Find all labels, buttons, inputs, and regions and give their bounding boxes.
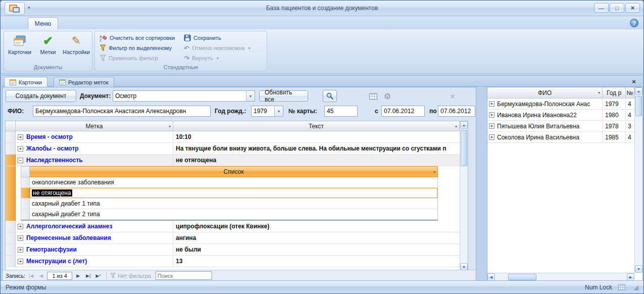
- datasheet-view-button[interactable]: [366, 90, 380, 102]
- sub-row-selector[interactable]: [21, 177, 30, 188]
- fio-input[interactable]: [33, 106, 211, 117]
- table-row[interactable]: +Время - осмотр 10:10: [6, 131, 460, 143]
- patient-row[interactable]: +Иванова Ирина Ивановна22 1980 4: [487, 110, 634, 121]
- grid-corner-cell[interactable]: [6, 121, 16, 131]
- new-record-button[interactable]: ▶*: [94, 272, 103, 280]
- expand-icon[interactable]: +: [18, 134, 23, 140]
- table-row[interactable]: +Перенесенные заболевания ангина: [6, 232, 460, 244]
- sub-row-selector[interactable]: [21, 209, 30, 220]
- grid-vertical-scrollbar[interactable]: ▲ ▼: [460, 121, 468, 271]
- expand-icon[interactable]: +: [18, 259, 23, 264]
- ribbon-tab-menu[interactable]: Меню: [28, 17, 58, 29]
- minimize-button[interactable]: —: [594, 3, 609, 13]
- sub-row-selector-current[interactable]: [21, 188, 30, 199]
- expand-icon[interactable]: +: [489, 134, 494, 140]
- scroll-up-button[interactable]: ▲: [460, 121, 468, 129]
- column-header-card[interactable]: №: [626, 87, 634, 99]
- settings-button[interactable]: ✎ Настройки: [63, 32, 90, 64]
- column-header-fio[interactable]: ФИО ▾: [487, 87, 603, 99]
- column-header-text[interactable]: Текст ▾: [173, 121, 460, 131]
- list-item[interactable]: сахарный диабет 1 типа: [21, 199, 438, 209]
- previous-record-button[interactable]: ◀: [37, 272, 45, 280]
- scrollbar-thumb[interactable]: [635, 96, 642, 116]
- maximize-button[interactable]: □: [610, 3, 624, 13]
- patient-row[interactable]: +Бермухамедова-Полонская Анас 1979 4: [487, 99, 634, 110]
- row-selector[interactable]: [6, 143, 16, 154]
- expand-icon[interactable]: +: [18, 146, 23, 152]
- redo-button[interactable]: ↷ Вернуть ▾: [182, 53, 253, 63]
- patients-horizontal-scrollbar[interactable]: ◀ ▶: [487, 273, 634, 281]
- list-item[interactable]: онкологические заболевания: [21, 177, 438, 188]
- list-item[interactable]: сахарный диабет 2 типа: [21, 209, 438, 220]
- table-row[interactable]: +Аллергологический анамнез ципрофлоксаци…: [6, 221, 460, 232]
- record-count[interactable]: 1 из 4: [47, 272, 72, 280]
- date-from-input[interactable]: [381, 106, 425, 117]
- expand-icon[interactable]: +: [489, 112, 494, 118]
- scroll-down-button[interactable]: ▼: [635, 265, 642, 273]
- row-selector[interactable]: [6, 221, 16, 232]
- record-search-input[interactable]: [156, 271, 212, 280]
- sort-dropdown-icon[interactable]: ▾: [433, 170, 435, 174]
- tab-label-editor[interactable]: Редактор меток: [54, 77, 114, 87]
- table-row[interactable]: +Жалобы - осмотр На тянущие боли внизу ж…: [6, 143, 460, 155]
- expand-icon[interactable]: +: [489, 123, 494, 129]
- datasheet-view-toggle-icon[interactable]: [618, 284, 625, 290]
- scrollbar-thumb[interactable]: [508, 274, 536, 280]
- refresh-all-button[interactable]: Обновить все: [259, 90, 308, 102]
- expand-icon[interactable]: +: [18, 247, 23, 253]
- subdatasheet-corner-cell[interactable]: [21, 166, 30, 177]
- app-menu-button[interactable]: [5, 2, 25, 15]
- first-record-button[interactable]: |◀: [27, 272, 35, 280]
- birth-year-combo[interactable]: 1979 ▼: [251, 106, 283, 117]
- table-row-expanded[interactable]: −Наследственность не отягощена: [6, 155, 460, 166]
- create-document-button[interactable]: Создать документ: [6, 90, 76, 102]
- patient-row[interactable]: +Соколова Ирина Васильевна 1985 4: [487, 132, 634, 143]
- scroll-up-button[interactable]: ▲: [635, 87, 642, 95]
- patients-vertical-scrollbar[interactable]: ▲ ▼: [634, 87, 642, 273]
- column-header-label[interactable]: Метка ▾: [16, 121, 173, 131]
- row-selector-current[interactable]: [6, 166, 16, 221]
- date-to-input[interactable]: [438, 106, 475, 117]
- row-selector-current[interactable]: [6, 155, 16, 166]
- save-button[interactable]: Сохранить: [182, 33, 253, 43]
- scrollbar-thumb[interactable]: [461, 130, 467, 166]
- undo-button[interactable]: ↶ Отмена невозможна ▾: [182, 43, 253, 53]
- search-button[interactable]: [323, 90, 337, 102]
- tab-cards[interactable]: Карточки: [4, 77, 47, 87]
- clear-sorts-button[interactable]: A Z Очистить все сортировки: [97, 33, 177, 43]
- scroll-right-button[interactable]: ▶: [627, 273, 634, 281]
- card-number-input[interactable]: [324, 106, 358, 117]
- tab-close-button[interactable]: ×: [630, 77, 638, 85]
- collapse-icon[interactable]: −: [18, 158, 23, 163]
- row-selector[interactable]: [6, 131, 16, 142]
- birth-year-combo-arrow[interactable]: ▼: [274, 106, 283, 116]
- quick-access-dropdown-icon[interactable]: ▾: [28, 5, 30, 10]
- filter-indicator[interactable]: Нет фильтра: [110, 273, 151, 279]
- resize-grip-icon[interactable]: ◢: [633, 283, 638, 291]
- sort-dropdown-icon[interactable]: ▾: [455, 124, 457, 129]
- patient-row[interactable]: +Пятышева Юлия Витальевна 1978 3: [487, 121, 634, 132]
- document-combo[interactable]: Осмотр ▼: [113, 90, 255, 102]
- row-selector[interactable]: [6, 256, 16, 267]
- properties-button[interactable]: ⚙: [380, 90, 394, 102]
- filter-selection-button[interactable]: Фильтр по выделенному: [97, 43, 177, 53]
- table-row[interactable]: +Гемотрансфузии не были: [6, 244, 460, 256]
- next-record-button[interactable]: ▶: [74, 272, 82, 280]
- sort-dropdown-icon[interactable]: ▾: [169, 124, 171, 129]
- column-header-year[interactable]: Год р: [603, 87, 626, 99]
- expand-icon[interactable]: +: [489, 101, 494, 107]
- apply-filter-button[interactable]: Применить фильтр: [97, 53, 177, 63]
- table-row[interactable]: +Менструации с (лет) 13: [6, 256, 460, 267]
- expand-icon[interactable]: +: [18, 235, 23, 241]
- subdatasheet-column-header[interactable]: Список ▾: [30, 166, 438, 177]
- cards-button[interactable]: Карточки: [6, 32, 33, 64]
- marks-button[interactable]: ✔ Метки: [34, 32, 62, 64]
- expand-icon[interactable]: +: [18, 224, 23, 229]
- last-record-button[interactable]: ▶|: [84, 272, 92, 280]
- sort-dropdown-icon[interactable]: ▾: [598, 90, 600, 95]
- list-item-selected[interactable]: не отягощена: [21, 188, 438, 199]
- sub-row-selector[interactable]: [21, 199, 30, 209]
- help-button[interactable]: ?: [630, 19, 638, 27]
- close-button[interactable]: ×: [625, 3, 640, 13]
- document-combo-arrow[interactable]: ▼: [246, 91, 255, 101]
